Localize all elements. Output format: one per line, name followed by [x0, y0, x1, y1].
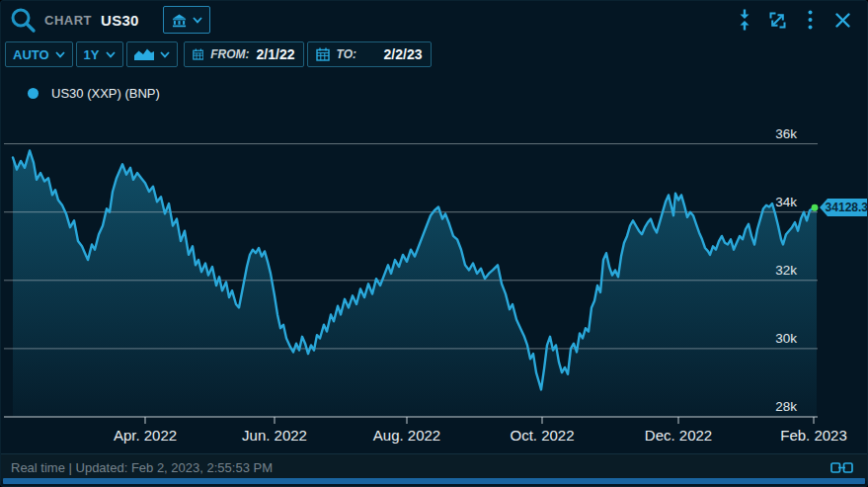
bottom-accent-bar [3, 478, 865, 484]
x-axis-label: Feb. 2023 [780, 427, 847, 444]
y-axis-label: 36k [775, 126, 797, 141]
x-axis-label: Dec. 2022 [645, 427, 712, 444]
price-chart-plot[interactable]: 36k34k32k30k28kApr. 2022Jun. 2022Aug. 20… [1, 1, 868, 453]
y-axis-label: 28k [775, 399, 797, 414]
last-price-marker [812, 204, 819, 211]
y-axis-label: 34k [775, 195, 797, 209]
series-area-fill [13, 151, 817, 418]
x-axis-label: Jun. 2022 [242, 427, 307, 444]
x-axis-label: Apr. 2022 [114, 427, 177, 444]
link-icon [830, 461, 853, 474]
y-axis-label: 30k [775, 331, 797, 346]
y-axis-label: 32k [775, 263, 797, 278]
status-text: Real time | Updated: Feb 2, 2023, 2:55:5… [11, 460, 273, 475]
last-price-tag: 34128.3 [820, 199, 868, 216]
x-axis-label: Oct. 2022 [510, 427, 574, 444]
chart-panel-window: CHART US30 [0, 0, 868, 487]
x-axis-label: Aug. 2022 [373, 427, 440, 444]
link-panel-button[interactable] [830, 461, 853, 474]
status-bar: Real time | Updated: Feb 2, 2023, 2:55:5… [1, 453, 867, 481]
